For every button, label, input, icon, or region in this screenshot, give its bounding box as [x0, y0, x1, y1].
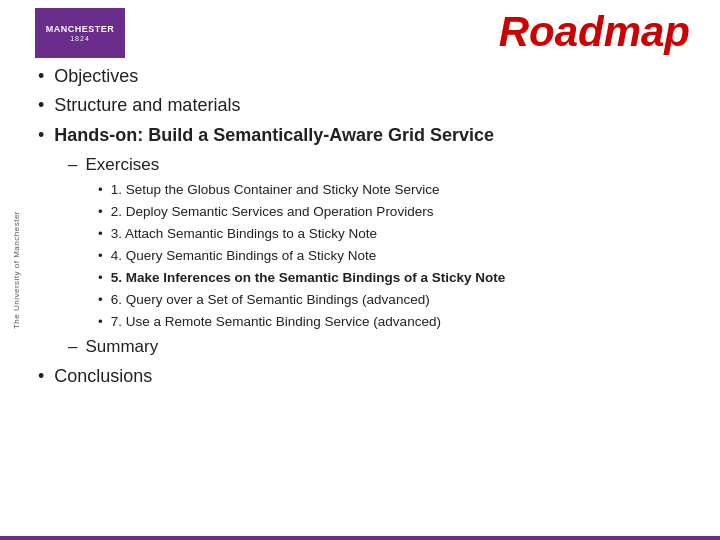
conclusions-label: Conclusions	[54, 365, 152, 388]
bullet-objectives: • Objectives	[38, 65, 700, 88]
sidebar: The University of Manchester	[0, 0, 32, 540]
ex-bullet-7: •	[98, 313, 103, 332]
logo-name: MANCHEsTER	[46, 24, 115, 35]
bullet-conclusions: • Conclusions	[38, 365, 700, 388]
top-bullets: • Objectives • Structure and materials •…	[38, 65, 700, 147]
sidebar-text: The University of Manchester	[12, 211, 21, 329]
bullet-structure: • Structure and materials	[38, 94, 700, 117]
objectives-label: Objectives	[54, 65, 138, 88]
exercise-list: • 1. Setup the Globus Container and Stic…	[98, 181, 700, 331]
bullet-char-conclusions: •	[38, 365, 44, 388]
ex-text-5: 5. Make Inferences on the Semantic Bindi…	[111, 269, 506, 288]
bullet-char-3: •	[38, 124, 44, 147]
ex-bullet-2: •	[98, 203, 103, 222]
handson-label: Hands-on: Build a Semantically-Aware Gri…	[54, 124, 494, 147]
main-content: • Objectives • Structure and materials •…	[38, 65, 700, 520]
exercise-item-3: • 3. Attach Semantic Bindings to a Stick…	[98, 225, 700, 244]
exercises-label: Exercises	[85, 155, 159, 175]
exercise-item-1: • 1. Setup the Globus Container and Stic…	[98, 181, 700, 200]
ex-bullet-3: •	[98, 225, 103, 244]
exercise-item-5: • 5. Make Inferences on the Semantic Bin…	[98, 269, 700, 288]
exercises-heading: – Exercises	[68, 155, 700, 175]
structure-label: Structure and materials	[54, 94, 240, 117]
exercise-item-4: • 4. Query Semantic Bindings of a Sticky…	[98, 247, 700, 266]
bottom-bar	[0, 536, 720, 540]
ex-bullet-1: •	[98, 181, 103, 200]
ex-text-4: 4. Query Semantic Bindings of a Sticky N…	[111, 247, 377, 266]
conclusions-section: • Conclusions	[38, 365, 700, 388]
ex-text-2: 2. Deploy Semantic Services and Operatio…	[111, 203, 434, 222]
ex-text-7: 7. Use a Remote Semantic Binding Service…	[111, 313, 441, 332]
bullet-handson: • Hands-on: Build a Semantically-Aware G…	[38, 124, 700, 147]
summary-heading: – Summary	[68, 337, 700, 357]
summary-section: – Summary	[68, 337, 700, 357]
ex-bullet-5: •	[98, 269, 103, 288]
dash-char-exercises: –	[68, 155, 77, 175]
exercise-item-7: • 7. Use a Remote Semantic Binding Servi…	[98, 313, 700, 332]
exercise-item-2: • 2. Deploy Semantic Services and Operat…	[98, 203, 700, 222]
logo-year: 1824	[70, 35, 90, 42]
page-title: Roadmap	[499, 8, 690, 56]
ex-text-6: 6. Query over a Set of Semantic Bindings…	[111, 291, 430, 310]
ex-text-3: 3. Attach Semantic Bindings to a Sticky …	[111, 225, 377, 244]
exercise-item-6: • 6. Query over a Set of Semantic Bindin…	[98, 291, 700, 310]
summary-label: Summary	[85, 337, 158, 357]
ex-text-1: 1. Setup the Globus Container and Sticky…	[111, 181, 440, 200]
dash-char-summary: –	[68, 337, 77, 357]
ex-bullet-4: •	[98, 247, 103, 266]
bullet-char-1: •	[38, 65, 44, 88]
university-logo: MANCHEsTER 1824	[35, 8, 125, 58]
exercises-section: – Exercises • 1. Setup the Globus Contai…	[68, 155, 700, 331]
ex-bullet-6: •	[98, 291, 103, 310]
bullet-char-2: •	[38, 94, 44, 117]
